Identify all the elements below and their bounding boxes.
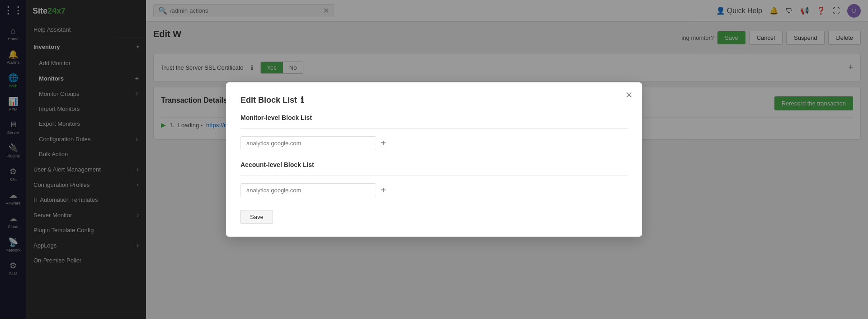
account-level-input-row: +: [241, 183, 627, 197]
modal-title-text: Edit Block List: [241, 95, 297, 105]
modal-title: Edit Block List ℹ: [241, 95, 627, 105]
monitor-level-title: Monitor-level Block List: [241, 114, 627, 121]
modal-save-button[interactable]: Save: [241, 210, 273, 224]
monitor-level-plus-button[interactable]: +: [381, 138, 386, 148]
monitor-level-divider: [241, 129, 627, 129]
account-level-input[interactable]: [241, 183, 376, 197]
account-level-title: Account-level Block List: [241, 161, 627, 168]
modal-close-button[interactable]: ✕: [625, 90, 633, 100]
monitor-level-input[interactable]: [241, 136, 376, 150]
account-level-divider: [241, 176, 627, 176]
monitor-level-input-row: +: [241, 136, 627, 150]
edit-block-list-modal: ✕ Edit Block List ℹ Monitor-level Block …: [226, 82, 642, 237]
modal-overlay[interactable]: ✕ Edit Block List ℹ Monitor-level Block …: [0, 0, 868, 319]
account-level-plus-button[interactable]: +: [381, 185, 386, 195]
modal-info-icon: ℹ: [301, 95, 304, 105]
